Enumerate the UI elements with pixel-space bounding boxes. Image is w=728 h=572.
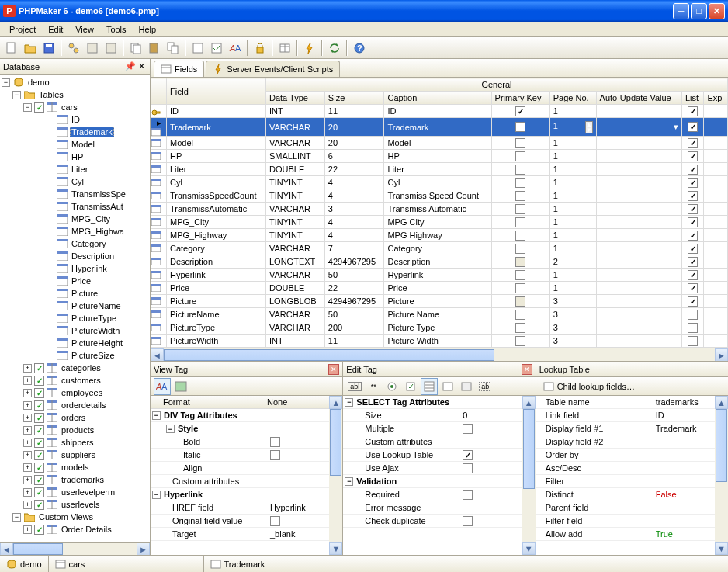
html-button[interactable] xyxy=(102,40,120,57)
tree-node[interactable]: PictureName xyxy=(2,300,148,312)
tree-node[interactable]: +userlevels xyxy=(2,498,148,511)
tree-label[interactable]: Tables xyxy=(37,90,65,99)
paste-button[interactable] xyxy=(146,40,163,57)
tree-label[interactable]: Hyperlink xyxy=(70,264,109,273)
help-button[interactable]: ? xyxy=(351,40,368,57)
tree-node[interactable]: +customers xyxy=(2,374,148,387)
tree-node[interactable]: +orderdetails xyxy=(2,399,148,411)
tree-toggle-icon[interactable]: − xyxy=(12,91,21,99)
pk-checkbox[interactable] xyxy=(515,165,525,175)
open-button[interactable] xyxy=(22,40,39,57)
lookup-row[interactable]: Filter xyxy=(536,475,715,488)
grid-row[interactable]: PictureWidthINT11Picture Width3 xyxy=(151,335,728,348)
tree-node[interactable]: Price xyxy=(2,275,148,287)
radio-button[interactable] xyxy=(383,378,400,395)
tree-node[interactable]: +employees xyxy=(2,387,148,399)
grid-row[interactable]: IDINT11ID1 xyxy=(151,105,728,118)
list-checkbox[interactable] xyxy=(688,283,698,293)
multi-button[interactable] xyxy=(165,40,182,57)
tree-toggle-icon[interactable]: + xyxy=(23,463,32,472)
list-checkbox[interactable] xyxy=(688,122,698,132)
tree-label[interactable]: userlevelperm xyxy=(60,487,116,497)
grid-row[interactable]: LiterDOUBLE22Liter1 xyxy=(151,163,728,176)
close-icon[interactable]: ✕ xyxy=(522,364,532,375)
tree-node[interactable]: PictureHeight xyxy=(2,337,148,349)
lookup-row[interactable]: DistinctFalse xyxy=(536,488,715,501)
tree-checkbox[interactable] xyxy=(34,438,44,448)
tree-label[interactable]: products xyxy=(60,425,95,435)
script-button[interactable] xyxy=(189,40,206,57)
tree-label[interactable]: customers xyxy=(60,376,102,385)
tree-label[interactable]: PictureSize xyxy=(70,351,116,360)
tree-label[interactable]: models xyxy=(60,463,90,472)
scroll-left-icon[interactable]: ◄ xyxy=(151,348,164,361)
list-checkbox[interactable] xyxy=(688,257,698,267)
tree-toggle-icon[interactable]: + xyxy=(23,439,32,447)
tree-node[interactable]: −Custom Views xyxy=(2,511,148,523)
hidden-button[interactable]: ab xyxy=(477,378,494,395)
tree-toggle-icon[interactable]: − xyxy=(12,513,21,522)
pk-checkbox[interactable] xyxy=(515,122,525,132)
tree-node[interactable]: HP xyxy=(2,151,148,163)
sync-button[interactable] xyxy=(326,40,343,57)
tree-label[interactable]: orderdetails xyxy=(60,400,107,410)
password-button[interactable]: ** xyxy=(365,378,382,395)
tree-label[interactable]: employees xyxy=(60,388,104,397)
tree-label[interactable]: Category xyxy=(70,239,108,248)
tree-node[interactable]: Trademark xyxy=(2,126,148,138)
lookup-row[interactable]: Table nametrademarks xyxy=(536,396,715,409)
pk-checkbox[interactable] xyxy=(515,323,525,333)
tree-toggle-icon[interactable]: + xyxy=(23,501,32,509)
tree-label[interactable]: ID xyxy=(70,115,81,124)
pk-checkbox[interactable] xyxy=(515,270,525,280)
new-button[interactable] xyxy=(3,40,20,57)
tree-checkbox[interactable] xyxy=(34,413,44,423)
tree-label[interactable]: Description xyxy=(70,251,116,261)
grid-row[interactable]: TransmissSpeedCountTINYINT4Transmiss Spe… xyxy=(151,189,728,203)
close-icon[interactable]: ✕ xyxy=(328,364,339,375)
menu-view[interactable]: View xyxy=(69,23,100,36)
grid-row[interactable]: PictureTypeVARCHAR200Picture Type3 xyxy=(151,321,728,335)
scroll-down-icon[interactable]: ▼ xyxy=(715,542,728,555)
list-checkbox[interactable] xyxy=(688,231,698,241)
lookup-row[interactable]: Asc/Desc xyxy=(536,462,715,475)
grid-row[interactable]: PriceDOUBLE22Price1 xyxy=(151,282,728,295)
tree-label[interactable]: trademarks xyxy=(60,475,106,484)
scroll-thumb[interactable] xyxy=(330,409,341,476)
list-checkbox[interactable] xyxy=(688,191,698,201)
tree-checkbox[interactable] xyxy=(34,487,44,497)
vscroll[interactable]: ▲ ▼ xyxy=(522,396,536,555)
pk-checkbox[interactable] xyxy=(515,151,525,161)
tree-label[interactable]: TransmissSpe xyxy=(70,189,127,199)
grid-row[interactable]: ▸TrademarkVARCHAR20Trademark1▲▼▾ xyxy=(151,118,728,137)
scroll-up-icon[interactable]: ▲ xyxy=(522,396,536,409)
tree-node[interactable]: −Tables xyxy=(2,88,148,101)
pk-checkbox[interactable] xyxy=(515,191,525,201)
fields-grid[interactable]: FieldGeneralData TypeSizeCaptionPrimary … xyxy=(151,78,728,348)
tree-node[interactable]: +suppliers xyxy=(2,449,148,461)
lookup-row[interactable]: Parent field xyxy=(536,501,715,515)
tree-node[interactable]: +Order Details xyxy=(2,523,148,536)
tree-checkbox[interactable] xyxy=(34,376,44,386)
italic-checkbox[interactable] xyxy=(270,450,280,460)
tree-node[interactable]: +trademarks xyxy=(2,473,148,486)
tree-label[interactable]: PictureName xyxy=(70,301,123,310)
lookup-row[interactable]: Filter field xyxy=(536,515,715,528)
select-button[interactable] xyxy=(421,378,438,395)
scroll-left-icon[interactable]: ◄ xyxy=(0,543,13,555)
tree-label[interactable]: Order Details xyxy=(60,525,113,534)
tree-node[interactable]: −demo xyxy=(2,76,148,88)
tree-label[interactable]: Picture xyxy=(70,289,99,298)
checkbox-button[interactable] xyxy=(402,378,419,395)
format-text-button[interactable]: AA xyxy=(154,378,171,395)
tree-checkbox[interactable] xyxy=(34,363,44,373)
list-checkbox[interactable] xyxy=(688,165,698,175)
tree-node[interactable]: +categories xyxy=(2,362,148,374)
tree-node[interactable]: TransmissAut xyxy=(2,200,148,213)
tree-label[interactable]: suppliers xyxy=(60,450,97,459)
lookup-row[interactable]: Display field #1Trademark xyxy=(536,422,715,435)
tree-checkbox[interactable] xyxy=(34,500,44,510)
tree-node[interactable]: +shippers xyxy=(2,436,148,449)
list-checkbox[interactable] xyxy=(688,323,698,333)
tree-node[interactable]: +userlevelperm xyxy=(2,486,148,498)
